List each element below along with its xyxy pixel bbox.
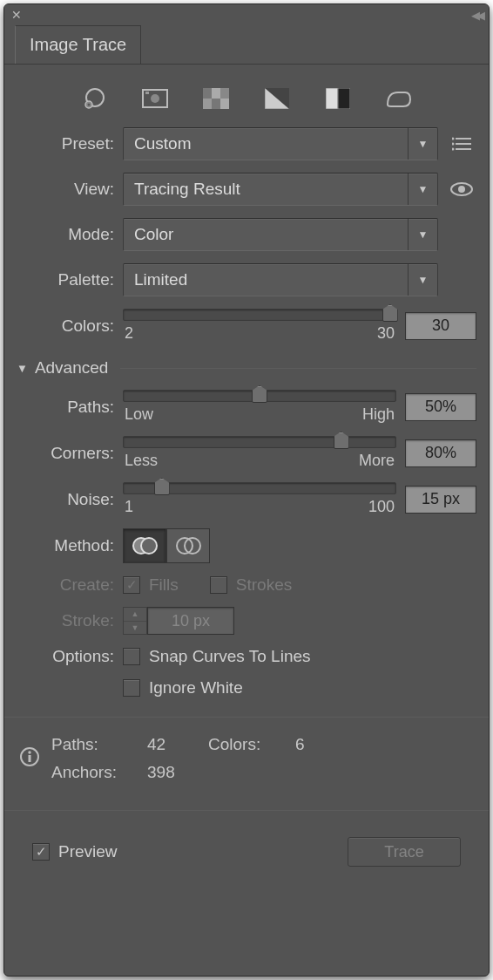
svg-rect-10	[212, 99, 220, 109]
tab-bar: Image Trace	[4, 25, 489, 65]
svg-rect-15	[338, 88, 350, 109]
svg-rect-6	[203, 88, 212, 99]
info-icon[interactable]	[20, 747, 51, 771]
svg-point-4	[151, 94, 159, 103]
preset-value: Custom	[134, 134, 191, 153]
advanced-toggle[interactable]: ▼ Advanced	[17, 358, 476, 378]
stroke-label: Stroke:	[17, 611, 114, 630]
fills-label: Fills	[149, 575, 179, 595]
snap-curves-checkbox[interactable]	[123, 648, 140, 665]
stroke-stepper: ▲▼	[123, 607, 147, 635]
corners-high: More	[359, 452, 395, 470]
palette-value: Limited	[134, 270, 187, 289]
info-colors-label: Colors:	[208, 735, 295, 754]
palette-select[interactable]: Limited ▼	[123, 263, 438, 296]
view-select[interactable]: Tracing Result ▼	[123, 173, 438, 206]
slider-thumb[interactable]	[382, 304, 398, 322]
svg-point-29	[28, 751, 30, 753]
corners-label: Corners:	[17, 444, 114, 463]
black-white-icon[interactable]	[322, 85, 354, 112]
noise-field[interactable]: 15 px	[405, 486, 476, 514]
ignore-white-checkbox[interactable]	[123, 679, 140, 697]
paths-slider[interactable]	[123, 390, 396, 402]
high-color-icon[interactable]	[139, 85, 171, 112]
svg-point-2	[88, 104, 91, 106]
preset-label: Preset:	[17, 134, 114, 153]
advanced-title: Advanced	[35, 358, 109, 378]
mode-value: Color	[134, 225, 173, 244]
view-value: Tracing Result	[134, 180, 240, 199]
colors-min: 2	[125, 324, 133, 343]
info-paths-value: 42	[147, 735, 208, 754]
auto-color-icon[interactable]	[78, 85, 110, 112]
slider-thumb[interactable]	[154, 478, 170, 495]
divider	[4, 717, 489, 718]
colors-max: 30	[377, 324, 395, 343]
colors-label: Colors:	[17, 316, 114, 336]
preset-icon-row	[17, 77, 476, 115]
method-abutting-button[interactable]	[123, 528, 166, 563]
preset-menu-icon[interactable]	[447, 129, 476, 159]
svg-rect-5	[145, 92, 149, 94]
noise-max: 100	[368, 498, 395, 516]
ignore-white-label: Ignore White	[149, 678, 243, 698]
svg-point-23	[458, 186, 465, 193]
collapse-icon[interactable]: ◀◀	[471, 9, 482, 22]
paths-label: Paths:	[17, 398, 114, 417]
noise-min: 1	[125, 498, 133, 516]
chevron-down-icon: ▼	[408, 264, 437, 296]
svg-point-20	[452, 143, 455, 146]
colors-slider[interactable]	[123, 309, 396, 321]
corners-slider[interactable]	[123, 436, 396, 448]
chevron-down-icon: ▼	[408, 128, 437, 160]
svg-point-25	[141, 538, 157, 554]
chevron-down-icon: ▼	[408, 174, 437, 205]
info-colors-value: 6	[295, 735, 348, 754]
fills-checkbox: ✓	[123, 576, 140, 594]
info-paths-label: Paths:	[51, 735, 147, 754]
strokes-checkbox	[210, 576, 227, 594]
view-label: View:	[17, 180, 114, 199]
noise-label: Noise:	[17, 490, 114, 509]
panel-titlebar: ✕ ◀◀	[4, 4, 489, 25]
paths-low: Low	[125, 405, 153, 424]
svg-rect-11	[220, 99, 229, 109]
mode-select[interactable]: Color ▼	[123, 218, 438, 251]
paths-field[interactable]: 50%	[405, 393, 476, 421]
noise-slider[interactable]	[123, 482, 396, 494]
method-label: Method:	[17, 536, 114, 555]
options-label: Options:	[17, 647, 114, 666]
strokes-label: Strokes	[236, 575, 292, 595]
preview-checkbox[interactable]: ✓	[32, 843, 50, 861]
eye-icon[interactable]	[447, 174, 476, 204]
info-anchors-label: Anchors:	[51, 763, 147, 782]
mode-label: Mode:	[17, 225, 114, 244]
close-icon[interactable]: ✕	[11, 8, 22, 22]
chevron-down-icon: ▼	[408, 219, 437, 250]
colors-field[interactable]: 30	[405, 312, 476, 340]
slider-thumb[interactable]	[252, 385, 267, 403]
outline-icon[interactable]	[383, 85, 415, 112]
method-overlapping-button[interactable]	[166, 528, 210, 563]
tab-image-trace[interactable]: Image Trace	[15, 25, 141, 64]
corners-field[interactable]: 80%	[405, 439, 476, 467]
slider-thumb[interactable]	[334, 432, 349, 449]
paths-high: High	[362, 405, 395, 424]
corners-low: Less	[125, 452, 158, 470]
stroke-field: 10 px	[147, 607, 234, 635]
info-section: Paths: 42 Colors: 6 Anchors: 398	[17, 730, 476, 791]
low-color-icon[interactable]	[200, 85, 232, 112]
disclosure-triangle-icon: ▼	[17, 362, 28, 375]
grayscale-icon[interactable]	[261, 85, 293, 112]
svg-rect-9	[203, 99, 212, 109]
panel-footer: ✓ Preview Trace	[17, 823, 476, 881]
divider	[120, 368, 476, 369]
svg-rect-30	[29, 755, 31, 762]
svg-rect-14	[326, 88, 338, 109]
svg-rect-7	[212, 88, 220, 99]
preview-label: Preview	[58, 842, 118, 861]
image-trace-panel: ✕ ◀◀ Image Trace	[3, 3, 490, 977]
preset-select[interactable]: Custom ▼	[123, 127, 438, 160]
palette-label: Palette:	[17, 270, 114, 289]
snap-curves-label: Snap Curves To Lines	[149, 647, 311, 666]
